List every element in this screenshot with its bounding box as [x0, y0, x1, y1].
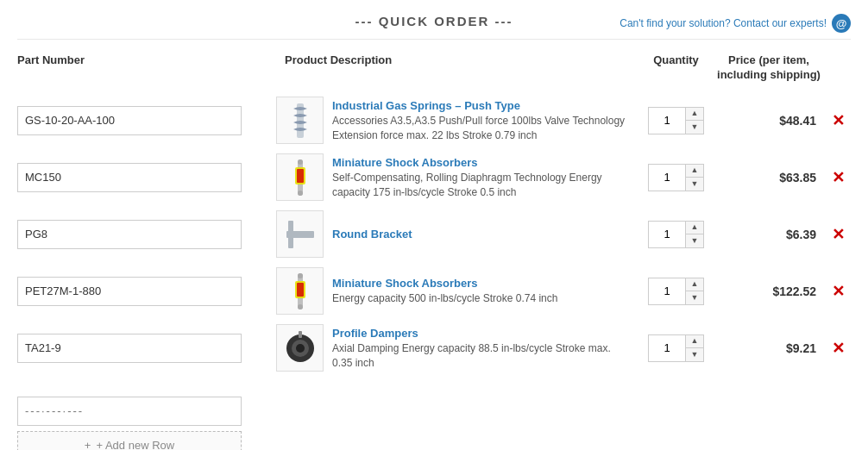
add-row-label: + Add new Row: [96, 439, 174, 450]
quantity-down-button[interactable]: ▼: [686, 234, 703, 247]
quantity-input[interactable]: [649, 278, 685, 304]
product-details: Energy capacity 500 in-lbs/cycle Stroke …: [332, 292, 557, 304]
table-row: Round Bracket ▲ ▼ $6.39✕: [17, 209, 851, 260]
remove-row-button[interactable]: ✕: [832, 170, 845, 185]
contact-link[interactable]: Can't find your solution? Contact our ex…: [620, 14, 851, 33]
product-details: Axial Damping Energy capacity 88.5 in-lb…: [332, 342, 611, 369]
quantity-input[interactable]: [649, 165, 685, 191]
remove-row-button[interactable]: ✕: [832, 341, 845, 356]
quantity-wrapper: ▲ ▼: [639, 334, 713, 362]
part-number-input[interactable]: [17, 163, 242, 192]
add-new-row-button[interactable]: + + Add new Row: [17, 431, 242, 450]
svg-rect-7: [288, 221, 293, 248]
quantity-input[interactable]: [649, 222, 685, 247]
top-bar: --- QUICK ORDER --- Can't find your solu…: [0, 0, 868, 39]
remove-wrapper: ✕: [825, 284, 851, 299]
product-name: Profile Dampers: [332, 327, 418, 340]
quantity-down-button[interactable]: ▼: [686, 178, 703, 191]
empty-part-input[interactable]: [17, 397, 242, 426]
price-cell: $9.21: [713, 341, 825, 355]
page-title: --- QUICK ORDER ---: [355, 14, 513, 28]
price-cell: $48.41: [713, 114, 825, 128]
product-thumbnail: [276, 324, 324, 372]
email-icon: @: [832, 14, 851, 33]
part-number-input[interactable]: [17, 106, 242, 135]
product-description: Miniature Shock AbsorbersEnergy capacity…: [324, 276, 639, 306]
svg-point-15: [296, 344, 305, 353]
price-cell: $63.85: [713, 171, 825, 184]
svg-point-11: [298, 273, 303, 278]
product-details: Self-Compensating, Rolling Diaphragm Tec…: [332, 172, 602, 198]
part-number-header: Part Number: [17, 48, 267, 75]
product-thumbnail: [276, 153, 324, 201]
product-thumbnail: [276, 267, 324, 315]
svg-point-5: [298, 191, 303, 196]
svg-point-12: [298, 304, 303, 309]
remove-wrapper: ✕: [825, 170, 851, 185]
price-cell: $122.52: [713, 284, 825, 298]
part-number-input[interactable]: [17, 277, 242, 306]
remove-row-button[interactable]: ✕: [832, 284, 845, 299]
quantity-wrapper: ▲ ▼: [639, 278, 713, 305]
remove-row-button[interactable]: ✕: [832, 113, 845, 128]
table-row: Industrial Gas Springs – Push TypeAccess…: [17, 95, 851, 147]
quantity-up-button[interactable]: ▲: [686, 222, 703, 234]
quantity-wrapper: ▲ ▼: [639, 107, 713, 134]
table-row: Miniature Shock AbsorbersEnergy capacity…: [17, 266, 851, 317]
svg-rect-16: [299, 331, 302, 338]
right-headers: Product Description Quantity Price (per …: [276, 48, 851, 91]
quantity-wrapper: ▲ ▼: [639, 164, 713, 191]
desc-header: Product Description: [285, 48, 639, 91]
quantity-input[interactable]: [649, 335, 685, 361]
remove-row-button[interactable]: ✕: [832, 227, 845, 242]
quantity-input[interactable]: [649, 108, 685, 134]
quantity-wrapper: ▲ ▼: [639, 221, 713, 248]
part-number-input[interactable]: [17, 334, 242, 363]
price-cell: $6.39: [713, 228, 825, 241]
add-row-icon: +: [85, 439, 91, 450]
svg-point-4: [298, 159, 303, 165]
remove-wrapper: ✕: [825, 341, 851, 356]
product-thumbnail: [276, 97, 324, 144]
quantity-down-button[interactable]: ▼: [686, 121, 703, 134]
product-name: Round Bracket: [332, 228, 412, 241]
svg-rect-3: [297, 169, 304, 183]
part-number-input[interactable]: [17, 220, 242, 249]
product-description: Miniature Shock AbsorbersSelf-Compensati…: [324, 155, 639, 200]
quantity-up-button[interactable]: ▲: [686, 278, 703, 291]
product-description: Industrial Gas Springs – Push TypeAccess…: [324, 98, 639, 143]
quantity-up-button[interactable]: ▲: [686, 335, 703, 348]
remove-wrapper: ✕: [825, 227, 851, 242]
product-description: Profile DampersAxial Damping Energy capa…: [324, 326, 639, 371]
quantity-up-button[interactable]: ▲: [686, 165, 703, 178]
quantity-down-button[interactable]: ▼: [686, 291, 703, 304]
table-row: Miniature Shock AbsorbersSelf-Compensati…: [17, 152, 851, 203]
qty-header: Quantity: [639, 48, 713, 91]
product-description: Round Bracket: [324, 227, 639, 242]
table-row: Profile DampersAxial Damping Energy capa…: [17, 322, 851, 374]
price-header: Price (per item, including shipping): [713, 48, 825, 91]
contact-text: Can't find your solution? Contact our ex…: [620, 17, 827, 29]
remove-wrapper: ✕: [825, 113, 851, 128]
product-name: Miniature Shock Absorbers: [332, 277, 478, 290]
product-name: Industrial Gas Springs – Push Type: [332, 99, 520, 112]
product-details: Accessories A3.5,A3.5 Push/Pull force 10…: [332, 115, 625, 141]
svg-rect-10: [297, 283, 304, 297]
quantity-down-button[interactable]: ▼: [686, 348, 703, 361]
product-name: Miniature Shock Absorbers: [332, 156, 478, 169]
quantity-up-button[interactable]: ▲: [686, 108, 703, 121]
product-thumbnail: [276, 210, 324, 258]
